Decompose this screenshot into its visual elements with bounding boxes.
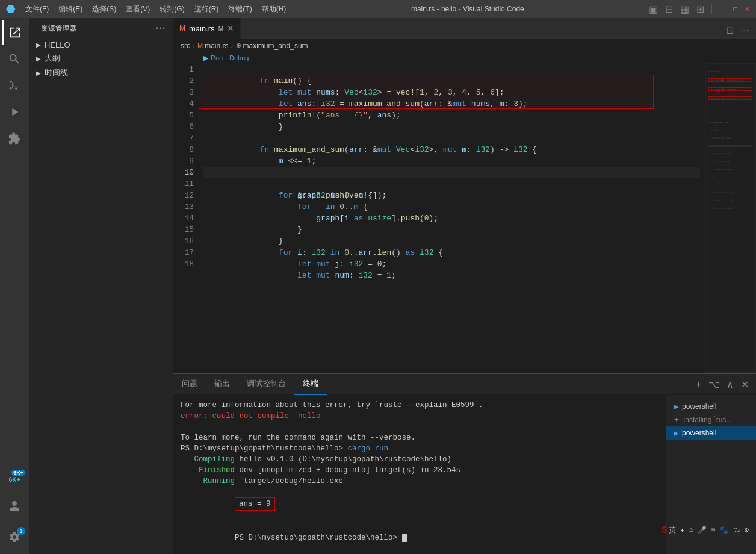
terminal-item-powershell1[interactable]: ▶ powershell <box>666 400 756 413</box>
code-line-15: } <box>203 224 700 235</box>
terminal-cursor <box>402 534 407 542</box>
panel-tab-problems[interactable]: 问题 <box>173 374 206 395</box>
ln-9: 9 <box>173 155 194 167</box>
activity-remote[interactable]: 6K+ <box>2 467 26 491</box>
term-line-2: error: could not compile `hello` <box>181 411 658 422</box>
minimize-button[interactable]: — <box>719 5 726 13</box>
tab-close-button[interactable]: ✕ <box>227 23 234 33</box>
code-line-1: fn main() { <box>203 64 700 75</box>
layout-btn2[interactable]: ⊟ <box>665 4 673 15</box>
bc-sep1: › <box>193 42 195 50</box>
menu-select[interactable]: 选择(S) <box>92 4 116 14</box>
ln-1: 1 <box>173 64 194 75</box>
layout-btn3[interactable]: ▦ <box>680 4 689 15</box>
ln-3: 3 <box>173 87 194 98</box>
terminal-main[interactable]: For more information about this error, t… <box>173 395 666 554</box>
menu-file[interactable]: 文件(F) <box>25 4 49 14</box>
ln-18: 18 <box>173 258 194 270</box>
tree-item-timeline[interactable]: ▶ 时间线 <box>29 66 173 80</box>
code-line-3: let ans: i32 = maximum_and_sum(arr: &mut… <box>203 87 700 98</box>
activity-explorer[interactable] <box>2 20 26 45</box>
terminal-item-installing[interactable]: ✦ Installing `rus... <box>666 413 756 426</box>
activity-source-control[interactable] <box>2 73 26 98</box>
bc-src[interactable]: src <box>181 42 190 50</box>
layout-btn1[interactable]: ▣ <box>649 4 658 15</box>
layout-btn4[interactable]: ⊞ <box>696 4 704 15</box>
debug-link[interactable]: Debug <box>229 54 249 61</box>
activity-settings[interactable]: 1 <box>2 525 26 549</box>
editor-container: ▶ Run | Debug 1 2 3 4 5 6 7 8 9 10 <box>173 52 756 373</box>
sidebar-menu-button[interactable]: ··· <box>156 23 166 34</box>
code-line-11: graph.push(vec![]); <box>203 178 700 190</box>
bc-function[interactable]: ⊕ maximum_and_sum <box>236 42 308 50</box>
lightbulb-icon: 💡 <box>199 178 200 190</box>
menu-view[interactable]: 查看(V) <box>126 4 150 14</box>
bc-mainrs[interactable]: M main.rs <box>197 42 229 50</box>
main-layout: 6K+ 1 资源管理器 ··· ▶ HELLO ▶ 大纲 ▶ 时间线 <box>0 18 756 554</box>
code-line-7: fn maximum_and_sum(arr: &mut Vec<i32>, m… <box>203 132 700 144</box>
powershell2-label: powershell <box>682 429 716 437</box>
powershell2-icon: ▶ <box>674 429 678 437</box>
activity-extensions[interactable] <box>2 126 26 151</box>
ln-12: 12 <box>173 190 194 201</box>
maximize-button[interactable]: □ <box>733 5 737 13</box>
tree-item-outline[interactable]: ▶ 大纲 <box>29 51 173 66</box>
activity-search[interactable] <box>2 47 26 71</box>
editor-area: M main.rs M ✕ ⊡ ··· src › M main.rs › ⊕ … <box>173 18 756 554</box>
more-actions-button[interactable]: ··· <box>739 23 751 39</box>
code-line-5: } <box>203 110 700 121</box>
activity-account[interactable] <box>2 494 26 518</box>
code-line-9: let mut graph: Vec<Vec<i32>> = vec![]; <box>203 155 700 167</box>
code-line-16: for i: i32 in 0..arr.len() as i32 { <box>203 235 700 247</box>
panel-tab-output[interactable]: 输出 <box>206 374 238 395</box>
panel-tab-debug-console[interactable]: 调试控制台 <box>238 374 294 395</box>
ln-2: 2 <box>173 75 194 87</box>
code-line-14: } <box>203 213 700 224</box>
panel-actions: + ⌥ ∧ ✕ <box>693 376 756 393</box>
panel-tab-terminal[interactable]: 终端 <box>294 374 327 395</box>
sidebar: 资源管理器 ··· ▶ HELLO ▶ 大纲 ▶ 时间线 <box>29 18 173 554</box>
activity-bar: 6K+ 1 <box>0 18 29 554</box>
breadcrumb: src › M main.rs › ⊕ maximum_and_sum <box>173 39 756 52</box>
tab-main-rs[interactable]: M main.rs M ✕ <box>173 18 241 39</box>
timeline-arrow: ▶ <box>36 70 41 76</box>
ln-15: 15 <box>173 224 194 235</box>
panel-up-button[interactable]: ∧ <box>724 376 736 393</box>
code-line-13: graph[i as usize].push(0); <box>203 201 700 213</box>
panel-close-button[interactable]: ✕ <box>739 376 751 393</box>
sidebar-header: 资源管理器 ··· <box>29 18 173 36</box>
term-line-4: To learn more, run the command again wit… <box>181 432 658 443</box>
close-button[interactable]: ✕ <box>745 5 750 13</box>
code-line-2: let mut nums: Vec<i32> = vec![1, 2, 3, 4… <box>203 75 700 87</box>
split-editor-button[interactable]: ⊡ <box>723 22 736 39</box>
menu-edit[interactable]: 编辑(E) <box>58 4 82 14</box>
code-content[interactable]: fn main() { let mut nums: Vec<i32> = vec… <box>199 63 705 373</box>
powershell1-label: powershell <box>682 402 716 411</box>
activity-run[interactable] <box>2 100 26 124</box>
divider <box>711 4 712 14</box>
term-line-8: Running `target/debug/hello.exe` <box>181 476 658 487</box>
run-link[interactable]: Run <box>211 54 223 61</box>
ln-16: 16 <box>173 235 194 247</box>
split-terminal-button[interactable]: ⌥ <box>706 376 722 393</box>
titlebar-right: ▣ ⊟ ▦ ⊞ — □ ✕ <box>649 4 750 15</box>
menu-terminal[interactable]: 终端(T) <box>228 4 252 14</box>
outline-arrow: ▶ <box>36 55 41 62</box>
code-line-6 <box>203 121 700 132</box>
menu-help[interactable]: 帮助(H) <box>262 4 287 14</box>
installing-icon: ✦ <box>674 416 680 424</box>
sidebar-tree: ▶ HELLO ▶ 大纲 ▶ 时间线 <box>29 36 173 554</box>
ans-output-box: ans = 9 <box>235 497 275 511</box>
new-terminal-button[interactable]: + <box>693 376 704 392</box>
tree-item-hello[interactable]: ▶ HELLO <box>29 39 173 51</box>
menu-goto[interactable]: 转到(G) <box>160 4 184 14</box>
ln-6: 6 <box>173 121 194 132</box>
terminal-item-powershell2[interactable]: ▶ powershell <box>666 426 756 440</box>
code-editor[interactable]: 1 2 3 4 5 6 7 8 9 10 11 12 13 14 15 16 1 <box>173 63 756 373</box>
tabs-right: ⊡ ··· <box>723 22 756 39</box>
timeline-label: 时间线 <box>45 67 68 78</box>
term-line-6: Compiling hello v0.1.0 (D:\mysetup\gopat… <box>181 454 658 465</box>
tab-modified-indicator: M <box>218 25 223 32</box>
menu-run[interactable]: 运行(R) <box>194 4 219 14</box>
ime-bar: S 英 ✦ ☺ 🎤 ⌨ 🐾 🗂 ⚙ <box>662 525 666 536</box>
